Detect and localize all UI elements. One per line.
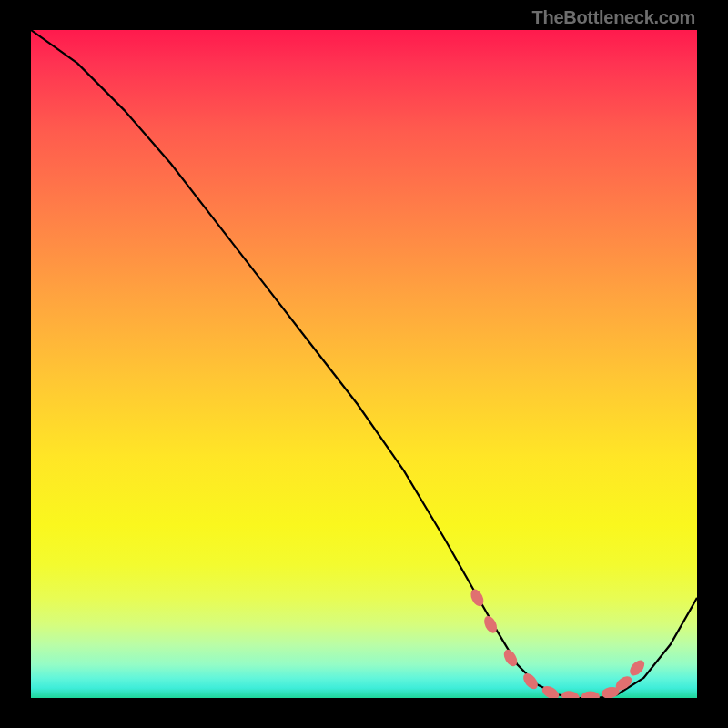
watermark-text: TheBottleneck.com: [532, 7, 695, 28]
marker-dot: [561, 690, 581, 698]
chart-frame: TheBottleneck.com: [0, 0, 728, 728]
curve-path: [31, 30, 697, 698]
marker-dot: [581, 692, 600, 699]
marker-dots: [469, 587, 648, 698]
marker-dot: [627, 658, 647, 679]
marker-dot: [540, 683, 561, 698]
plot-area: [31, 30, 697, 698]
bottleneck-curve: [31, 30, 697, 698]
chart-svg: [31, 30, 697, 698]
marker-dot: [521, 671, 541, 692]
